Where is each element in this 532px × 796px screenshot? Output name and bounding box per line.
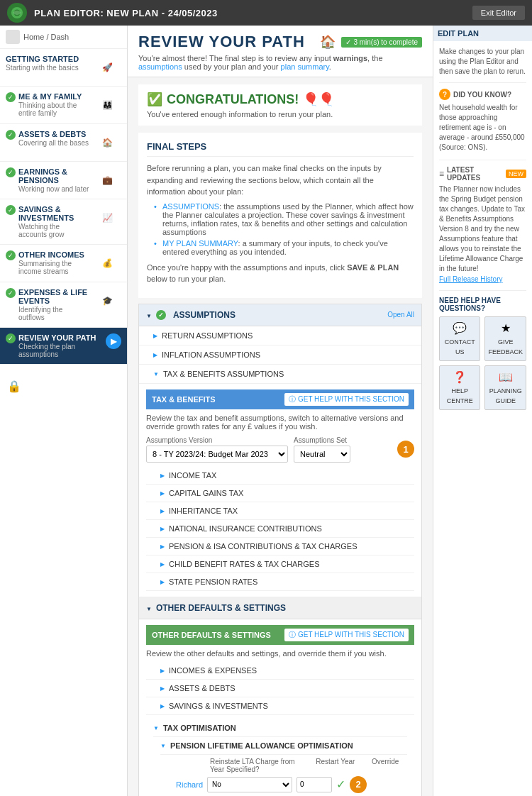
- chevron-right-icon: [153, 350, 157, 358]
- lta-richard-row1a: Richard No ✓ 2: [160, 776, 407, 793]
- feedback-icon: ★: [488, 321, 523, 335]
- open-all-button[interactable]: Open All: [387, 311, 414, 319]
- lta-richard-label: Richard: [160, 780, 203, 789]
- chevron-right-icon: [160, 702, 165, 709]
- bullet-list: ASSUMPTIONS: the assumptions used by the…: [147, 202, 414, 256]
- sidebar-item-sub: Starting with the basics: [6, 64, 89, 72]
- home-icon: [6, 30, 20, 44]
- incomes-expenses-row[interactable]: INCOMES & EXPENSES: [146, 662, 414, 680]
- child-benefit-row[interactable]: CHILD BENEFIT RATES & TAX CHARGES: [146, 555, 414, 573]
- give-feedback-button[interactable]: ★ GIVE FEEDBACK: [484, 316, 526, 361]
- latest-updates-section: ≡ LATEST UPDATES NEW The Planner now inc…: [439, 166, 526, 283]
- save-prompt: Once you're happy with the assumptions a…: [147, 262, 414, 285]
- sidebar-family-icon: 👨‍👩‍👧: [93, 92, 121, 118]
- other-defaults-header-row[interactable]: OTHER DEFAULTS & SETTINGS: [139, 597, 421, 619]
- return-assumptions-row[interactable]: RETURN ASSUMPTIONS: [139, 326, 421, 346]
- lta-header-restart: Restart Year: [316, 758, 366, 773]
- bullet-assumptions: ASSUMPTIONS: the assumptions used by the…: [154, 202, 414, 236]
- chevron-right-icon: [160, 666, 165, 674]
- sidebar-item-icon: 🚀: [93, 55, 121, 80]
- sidebar-item-other-incomes[interactable]: ✓ OTHER INCOMES Summarising the income s…: [0, 245, 127, 282]
- sidebar-item-assets-debts[interactable]: ✓ ASSETS & DEBTS Covering all the bases …: [0, 124, 127, 162]
- chevron-down-icon: [153, 370, 159, 377]
- lighthouse-icon: 🏠: [320, 34, 336, 50]
- sidebar-item-sub: Checking the plan assumptions: [18, 343, 103, 358]
- my-plan-summary-link[interactable]: MY PLAN SUMMARY: [162, 239, 238, 248]
- did-you-know-text: Net household wealth for those approachi…: [439, 103, 526, 153]
- lock-icon: 🔒: [7, 380, 21, 393]
- pension-isa-row[interactable]: PENSION & ISA CONTRIBUTIONS & TAX CHARGE…: [146, 538, 414, 555]
- tax-optimisation-section: TAX OPTIMISATION PENSION LIFETIME ALLOWA…: [146, 715, 414, 797]
- top-bar: PLAN EDITOR: NEW PLAN - 24/05/2023 Exit …: [0, 0, 532, 26]
- check-icon: ✓: [6, 288, 16, 298]
- sidebar-item-me-family[interactable]: ✓ ME & MY FAMILY Thinking about the enti…: [0, 87, 127, 124]
- sidebar-item-earnings-pensions[interactable]: ✓ EARNINGS & PENSIONS Working now and la…: [0, 162, 127, 199]
- sidebar-item-getting-started[interactable]: GETTING STARTED Starting with the basics…: [0, 49, 127, 87]
- sidebar-item-review-path[interactable]: ✓ REVIEW YOUR PATH Checking the plan ass…: [0, 328, 127, 365]
- bullet-plan-summary: MY PLAN SUMMARY: a summary of your input…: [154, 239, 414, 256]
- sidebar-home[interactable]: Home / Dash: [0, 26, 127, 49]
- need-help-section: NEED HELP HAVE QUESTIONS? 💬 CONTACT US ★…: [439, 297, 526, 410]
- page-title: REVIEW YOUR PATH: [138, 33, 305, 51]
- congrats-sub: You've entered enough information to rer…: [147, 110, 414, 118]
- right-panel-desc: Make changes to your plan using the Plan…: [439, 47, 526, 77]
- sidebar-item-expenses[interactable]: ✓ EXPENSES & LIFE EVENTS Identifying the…: [0, 282, 127, 328]
- assumptions-version-select[interactable]: 8 - TY 2023/24: Budget Mar 2023: [146, 446, 288, 463]
- other-panel-desc: Review the other defaults and settings, …: [146, 649, 414, 658]
- final-steps-title: FINAL STEPS: [147, 141, 414, 157]
- question-icon: ?: [439, 89, 450, 100]
- assumptions-header[interactable]: ✓ ASSUMPTIONS Open All: [139, 304, 421, 326]
- assumptions-link[interactable]: assumptions: [138, 62, 182, 71]
- sidebar-item-title: ME & MY FAMILY: [18, 92, 89, 101]
- app-logo: [7, 3, 27, 23]
- sidebar-item-savings-investments[interactable]: ✓ SAVINGS & INVESTMENTS Watching the acc…: [0, 199, 127, 245]
- state-pension-row[interactable]: STATE PENSION RATES: [146, 573, 414, 591]
- plan-summary-link[interactable]: plan summary: [281, 62, 329, 71]
- plan-editor-title: PLAN EDITOR: NEW PLAN - 24/05/2023: [34, 8, 472, 18]
- income-tax-row[interactable]: INCOME TAX: [146, 467, 414, 485]
- assumptions-link[interactable]: ASSUMPTIONS: [162, 202, 219, 211]
- pension-lta-section: PENSION LIFETIME ALLOWANCE OPTIMISATION …: [153, 737, 407, 797]
- time-badge-text: 3 min(s) to complete: [353, 38, 418, 46]
- contact-us-button[interactable]: 💬 CONTACT US: [439, 316, 480, 361]
- sidebar-item-title: REVIEW YOUR PATH: [18, 333, 103, 342]
- lta-row1-headers: Reinstate LTA Charge from Year Specified…: [160, 755, 407, 773]
- assumptions-version-row: Assumptions Version 8 - TY 2023/24: Budg…: [146, 436, 414, 463]
- assumptions-set-select[interactable]: Neutral: [294, 446, 350, 463]
- planning-guide-button[interactable]: 📖 PLANNING GUIDE: [484, 365, 526, 410]
- version-label: Assumptions Version: [146, 436, 288, 444]
- chevron-right-icon: [160, 560, 165, 568]
- inflation-assumptions-row[interactable]: INFLATION ASSUMPTIONS: [139, 346, 421, 365]
- exit-editor-button[interactable]: Exit Editor: [472, 6, 525, 20]
- national-insurance-row[interactable]: NATIONAL INSURANCE CONTRIBUTIONS: [146, 520, 414, 538]
- check-icon: ✓: [6, 250, 16, 260]
- sidebar-arrow-icon: ▶: [106, 333, 121, 349]
- need-help-title: NEED HELP HAVE QUESTIONS?: [439, 297, 526, 312]
- sidebar-item-title: OTHER INCOMES: [18, 250, 89, 259]
- sidebar-item-title: GETTING STARTED: [6, 55, 89, 63]
- main-content: REVIEW YOUR PATH 🏠 ✓ 3 min(s) to complet…: [128, 26, 433, 796]
- lta-reinstate-select[interactable]: No: [207, 777, 292, 792]
- pension-lta-row[interactable]: PENSION LIFETIME ALLOWANCE OPTIMISATION: [160, 737, 407, 755]
- set-label: Assumptions Set: [294, 436, 392, 444]
- home-label: Home / Dash: [23, 33, 69, 41]
- savings-investments-row[interactable]: SAVINGS & INVESTMENTS: [146, 697, 414, 715]
- latest-badge: NEW: [506, 170, 526, 178]
- contact-icon: 💬: [443, 321, 477, 335]
- lta-restart-year-input[interactable]: [297, 777, 332, 792]
- tax-optimisation-row[interactable]: TAX OPTIMISATION: [153, 719, 407, 737]
- chevron-right-icon: [160, 542, 165, 550]
- sidebar-lock-area: 🔒: [0, 365, 127, 407]
- inheritance-tax-row[interactable]: INHERITANCE TAX: [146, 502, 414, 520]
- chevron-right-icon: [160, 471, 165, 479]
- sidebar-item-sub: Working now and later: [18, 185, 89, 193]
- help-centre-button[interactable]: ❓ HELP CENTRE: [439, 365, 480, 410]
- chevron-right-icon: [160, 489, 165, 497]
- full-release-history-link[interactable]: Full Release History: [439, 275, 526, 283]
- capital-gains-tax-row[interactable]: CAPITAL GAINS TAX: [146, 485, 414, 502]
- assets-debts-row[interactable]: ASSETS & DEBTS: [146, 680, 414, 697]
- tax-benefits-assumptions-row[interactable]: TAX & BENEFITS ASSUMPTIONS: [139, 365, 421, 384]
- get-help-tax-button[interactable]: ⓘ GET HELP WITH THIS SECTION: [284, 393, 409, 406]
- get-help-other-button[interactable]: ⓘ GET HELP WITH THIS SECTION: [284, 629, 409, 641]
- check-icon: ✓: [156, 310, 166, 320]
